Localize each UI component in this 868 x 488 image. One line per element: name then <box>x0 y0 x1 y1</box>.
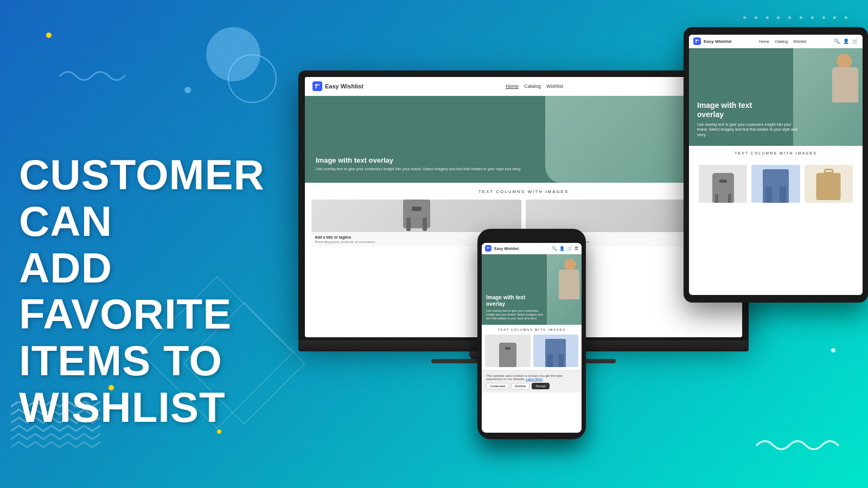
nav-wishlist-laptop[interactable]: Wishlist <box>546 84 563 89</box>
tablet-columns-title: TEXT COLUMNS WITH IMAGES <box>694 151 857 155</box>
phone-columns-title: TEXT COLUMNS WITH IMAGES <box>485 328 578 331</box>
tablet-screen: Easy Wishlist Home Catalog Wishlist 🔍 👤 … <box>689 35 863 295</box>
laptop-store-logo: Easy Wishlist <box>312 81 363 91</box>
svg-rect-3 <box>315 84 317 86</box>
phone-notch <box>515 235 548 243</box>
phone-store-logo: Easy Wishlist <box>485 245 519 252</box>
headline-line1: CUSTOMER CAN <box>19 151 265 245</box>
accent-dot-1 <box>46 33 52 38</box>
headline-line4: WISHLIST <box>19 383 226 431</box>
tablet-nav-catalog[interactable]: Catalog <box>775 40 788 43</box>
tablet-bezel: Easy Wishlist Home Catalog Wishlist 🔍 👤 … <box>684 27 868 303</box>
phone-hero-text: Image with text overlay Use overlay text… <box>486 294 544 320</box>
phone-hero-banner: Image with text overlay Use overlay text… <box>482 254 582 325</box>
nav-catalog-laptop[interactable]: Catalog <box>524 84 541 89</box>
laptop-hero-title: Image with text overlay <box>316 156 545 164</box>
phone-cookie-banner: This website uses cookies to ensure you … <box>482 370 582 393</box>
svg-rect-10 <box>489 247 490 248</box>
phone-product-1 <box>485 335 531 367</box>
phone-product-grid <box>485 335 578 367</box>
search-icon-phone[interactable]: 🔍 <box>552 246 557 251</box>
logo-icon-tablet <box>693 37 701 45</box>
tablet-hero-text: Image with textoverlay Use overlay text … <box>697 101 802 138</box>
circle-filled-top <box>206 27 260 81</box>
phone-person-head <box>564 259 576 271</box>
tablet-person-head <box>837 54 852 69</box>
phone-store-name: Easy Wishlist <box>494 247 519 251</box>
tablet-person-area <box>793 48 863 146</box>
laptop-hero-text: Image with text overlay Use overlay text… <box>316 156 545 172</box>
tablet-product-bag <box>805 165 853 203</box>
svg-rect-5 <box>315 87 317 88</box>
logo-icon-phone <box>485 245 492 252</box>
decline-button[interactable]: Decline <box>511 383 529 389</box>
cart-icon-tablet[interactable]: 🛒 <box>852 38 858 44</box>
wave-squiggle-top-left <box>57 65 127 86</box>
search-icon-tablet[interactable]: 🔍 <box>834 38 840 44</box>
cookie-text: This website uses cookies to ensure you … <box>486 374 577 381</box>
laptop-store-nav: Home Catalog Wishlist <box>506 84 563 89</box>
tablet-hero-subtitle: Use overlay text to give your customers … <box>697 122 802 138</box>
phone-mockup: Easy Wishlist 🔍 👤 🛒 ☰ <box>477 229 586 439</box>
phone-store-icons: 🔍 👤 🛒 ☰ <box>552 246 578 251</box>
tablet-product-backpack <box>699 165 747 203</box>
phone-hero-subtitle: Use overlay text to give your customers … <box>486 309 544 320</box>
tablet-person-body <box>832 67 858 102</box>
laptop-hero-banner: Image with text overlay Use overlay text… <box>305 96 742 183</box>
phone-person-area <box>547 254 582 325</box>
phone-text-columns: TEXT COLUMNS WITH IMAGES <box>482 325 582 370</box>
svg-rect-7 <box>698 40 699 41</box>
cookie-buttons-area: Customize Decline Accept <box>486 383 577 389</box>
accept-button[interactable]: Accept <box>532 383 549 389</box>
tablet-text-columns: TEXT COLUMNS WITH IMAGES <box>689 146 863 213</box>
laptop-product-1-image <box>311 200 521 232</box>
tablet-store-logo: Easy Wishlist <box>693 37 732 45</box>
nav-home-laptop[interactable]: Home <box>506 84 519 89</box>
laptop-columns-title: TEXT COLUMNS WITH IMAGES <box>311 189 736 194</box>
svg-rect-9 <box>487 247 488 248</box>
tablet-store-nav: Home Catalog Wishlist <box>759 40 806 43</box>
tablet-mockup: Easy Wishlist Home Catalog Wishlist 🔍 👤 … <box>684 27 868 303</box>
customize-button[interactable]: Customize <box>486 383 509 389</box>
laptop-store-header: Easy Wishlist Home Catalog Wishlist 🔍 👤 … <box>305 77 742 96</box>
tablet-hero-banner: Image with textoverlay Use overlay text … <box>689 48 863 146</box>
tablet-nav-home[interactable]: Home <box>759 40 769 43</box>
user-icon-tablet[interactable]: 👤 <box>843 38 849 44</box>
headline-line3: ITEMS TO <box>19 337 222 384</box>
logo-icon-laptop <box>312 81 322 91</box>
tablet-hero-title: Image with textoverlay <box>697 101 802 119</box>
circle-outline-top <box>228 54 277 103</box>
tablet-store-icons: 🔍 👤 🛒 <box>834 38 858 44</box>
cart-icon-phone[interactable]: 🛒 <box>567 246 572 251</box>
tablet-store-name: Easy Wishlist <box>704 39 732 44</box>
svg-rect-4 <box>318 84 320 86</box>
phone-person-body <box>559 269 579 299</box>
phone-bezel: Easy Wishlist 🔍 👤 🛒 ☰ <box>477 229 586 439</box>
svg-rect-6 <box>695 40 697 41</box>
laptop-store-name: Easy Wishlist <box>325 83 363 89</box>
phone-screen: Easy Wishlist 🔍 👤 🛒 ☰ <box>482 243 582 433</box>
tablet-product-jeans <box>751 165 800 203</box>
svg-rect-8 <box>695 42 697 43</box>
tablet-nav-wishlist[interactable]: Wishlist <box>793 40 806 43</box>
cookie-learn-more[interactable]: Learn More <box>526 377 542 381</box>
left-content-area: CUSTOMER CAN ADD FAVORITE ITEMS TO WISHL… <box>19 152 323 431</box>
laptop-hero-subtitle: Use overlay text to give your customers … <box>316 166 545 172</box>
phone-store-header: Easy Wishlist 🔍 👤 🛒 ☰ <box>482 243 582 254</box>
main-headline: CUSTOMER CAN ADD FAVORITE ITEMS TO WISHL… <box>19 152 323 431</box>
devices-area: Easy Wishlist Home Catalog Wishlist 🔍 👤 … <box>298 27 868 461</box>
phone-product-2 <box>533 335 579 367</box>
headline-line2: ADD FAVORITE <box>19 244 232 338</box>
accent-dot-6 <box>184 87 191 93</box>
user-icon-phone[interactable]: 👤 <box>559 246 565 251</box>
tablet-store-header: Easy Wishlist Home Catalog Wishlist 🔍 👤 … <box>689 35 863 48</box>
tablet-product-grid <box>694 160 857 207</box>
menu-icon-phone[interactable]: ☰ <box>575 246 578 251</box>
phone-hero-title: Image with text overlay <box>486 294 544 307</box>
